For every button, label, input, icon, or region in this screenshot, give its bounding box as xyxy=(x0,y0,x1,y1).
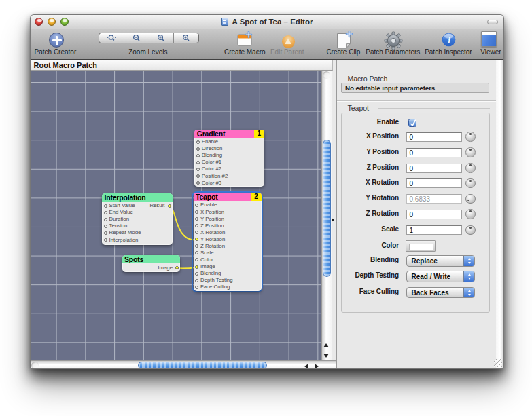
svg-text:i: i xyxy=(448,35,450,45)
